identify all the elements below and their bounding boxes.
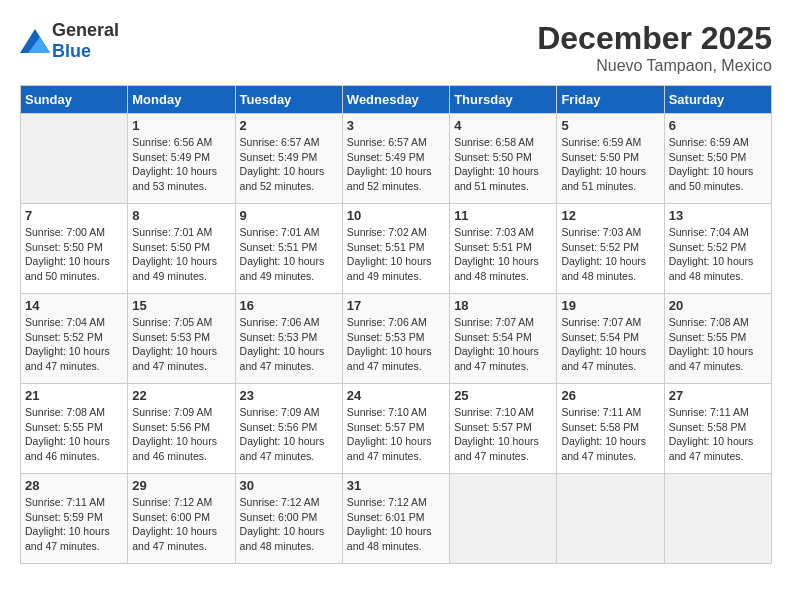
day-info: Sunrise: 7:06 AM Sunset: 5:53 PM Dayligh… (347, 315, 445, 374)
day-number: 10 (347, 208, 445, 223)
calendar-cell: 1Sunrise: 6:56 AM Sunset: 5:49 PM Daylig… (128, 114, 235, 204)
week-row-0: 1Sunrise: 6:56 AM Sunset: 5:49 PM Daylig… (21, 114, 772, 204)
calendar-cell: 20Sunrise: 7:08 AM Sunset: 5:55 PM Dayli… (664, 294, 771, 384)
day-number: 26 (561, 388, 659, 403)
calendar-cell: 12Sunrise: 7:03 AM Sunset: 5:52 PM Dayli… (557, 204, 664, 294)
day-info: Sunrise: 6:59 AM Sunset: 5:50 PM Dayligh… (669, 135, 767, 194)
day-info: Sunrise: 6:58 AM Sunset: 5:50 PM Dayligh… (454, 135, 552, 194)
day-number: 3 (347, 118, 445, 133)
calendar-cell: 9Sunrise: 7:01 AM Sunset: 5:51 PM Daylig… (235, 204, 342, 294)
calendar-cell: 6Sunrise: 6:59 AM Sunset: 5:50 PM Daylig… (664, 114, 771, 204)
page-header: General Blue December 2025 Nuevo Tampaon… (20, 20, 772, 75)
calendar-cell: 19Sunrise: 7:07 AM Sunset: 5:54 PM Dayli… (557, 294, 664, 384)
calendar-cell: 16Sunrise: 7:06 AM Sunset: 5:53 PM Dayli… (235, 294, 342, 384)
day-number: 25 (454, 388, 552, 403)
day-info: Sunrise: 6:59 AM Sunset: 5:50 PM Dayligh… (561, 135, 659, 194)
calendar-header: SundayMondayTuesdayWednesdayThursdayFrid… (21, 86, 772, 114)
calendar-cell: 15Sunrise: 7:05 AM Sunset: 5:53 PM Dayli… (128, 294, 235, 384)
calendar-cell: 29Sunrise: 7:12 AM Sunset: 6:00 PM Dayli… (128, 474, 235, 564)
day-number: 29 (132, 478, 230, 493)
day-number: 15 (132, 298, 230, 313)
day-number: 16 (240, 298, 338, 313)
day-info: Sunrise: 7:03 AM Sunset: 5:52 PM Dayligh… (561, 225, 659, 284)
day-number: 22 (132, 388, 230, 403)
calendar-cell: 10Sunrise: 7:02 AM Sunset: 5:51 PM Dayli… (342, 204, 449, 294)
week-row-4: 28Sunrise: 7:11 AM Sunset: 5:59 PM Dayli… (21, 474, 772, 564)
calendar-cell: 18Sunrise: 7:07 AM Sunset: 5:54 PM Dayli… (450, 294, 557, 384)
day-number: 23 (240, 388, 338, 403)
day-info: Sunrise: 7:00 AM Sunset: 5:50 PM Dayligh… (25, 225, 123, 284)
day-number: 31 (347, 478, 445, 493)
calendar-cell: 3Sunrise: 6:57 AM Sunset: 5:49 PM Daylig… (342, 114, 449, 204)
day-info: Sunrise: 7:11 AM Sunset: 5:59 PM Dayligh… (25, 495, 123, 554)
calendar-cell: 26Sunrise: 7:11 AM Sunset: 5:58 PM Dayli… (557, 384, 664, 474)
day-number: 4 (454, 118, 552, 133)
header-wednesday: Wednesday (342, 86, 449, 114)
calendar-cell: 2Sunrise: 6:57 AM Sunset: 5:49 PM Daylig… (235, 114, 342, 204)
day-info: Sunrise: 7:02 AM Sunset: 5:51 PM Dayligh… (347, 225, 445, 284)
day-number: 27 (669, 388, 767, 403)
day-info: Sunrise: 7:08 AM Sunset: 5:55 PM Dayligh… (25, 405, 123, 464)
calendar-cell: 13Sunrise: 7:04 AM Sunset: 5:52 PM Dayli… (664, 204, 771, 294)
logo-general: General (52, 20, 119, 40)
day-info: Sunrise: 6:57 AM Sunset: 5:49 PM Dayligh… (240, 135, 338, 194)
calendar-cell: 28Sunrise: 7:11 AM Sunset: 5:59 PM Dayli… (21, 474, 128, 564)
logo-icon (20, 29, 50, 53)
day-number: 19 (561, 298, 659, 313)
calendar-cell (664, 474, 771, 564)
calendar-cell (557, 474, 664, 564)
calendar-table: SundayMondayTuesdayWednesdayThursdayFrid… (20, 85, 772, 564)
day-info: Sunrise: 7:01 AM Sunset: 5:51 PM Dayligh… (240, 225, 338, 284)
calendar-cell: 31Sunrise: 7:12 AM Sunset: 6:01 PM Dayli… (342, 474, 449, 564)
calendar-cell (450, 474, 557, 564)
day-info: Sunrise: 7:10 AM Sunset: 5:57 PM Dayligh… (454, 405, 552, 464)
header-tuesday: Tuesday (235, 86, 342, 114)
calendar-title: December 2025 (537, 20, 772, 57)
day-info: Sunrise: 7:12 AM Sunset: 6:00 PM Dayligh… (132, 495, 230, 554)
day-info: Sunrise: 7:05 AM Sunset: 5:53 PM Dayligh… (132, 315, 230, 374)
day-number: 5 (561, 118, 659, 133)
day-number: 13 (669, 208, 767, 223)
week-row-1: 7Sunrise: 7:00 AM Sunset: 5:50 PM Daylig… (21, 204, 772, 294)
day-number: 12 (561, 208, 659, 223)
logo-blue: Blue (52, 41, 91, 61)
day-number: 1 (132, 118, 230, 133)
week-row-2: 14Sunrise: 7:04 AM Sunset: 5:52 PM Dayli… (21, 294, 772, 384)
header-thursday: Thursday (450, 86, 557, 114)
day-number: 20 (669, 298, 767, 313)
day-number: 18 (454, 298, 552, 313)
calendar-cell: 21Sunrise: 7:08 AM Sunset: 5:55 PM Dayli… (21, 384, 128, 474)
day-info: Sunrise: 6:57 AM Sunset: 5:49 PM Dayligh… (347, 135, 445, 194)
day-number: 14 (25, 298, 123, 313)
calendar-cell: 25Sunrise: 7:10 AM Sunset: 5:57 PM Dayli… (450, 384, 557, 474)
day-number: 28 (25, 478, 123, 493)
day-info: Sunrise: 6:56 AM Sunset: 5:49 PM Dayligh… (132, 135, 230, 194)
calendar-subtitle: Nuevo Tampaon, Mexico (537, 57, 772, 75)
day-info: Sunrise: 7:09 AM Sunset: 5:56 PM Dayligh… (240, 405, 338, 464)
logo: General Blue (20, 20, 119, 62)
calendar-body: 1Sunrise: 6:56 AM Sunset: 5:49 PM Daylig… (21, 114, 772, 564)
day-info: Sunrise: 7:09 AM Sunset: 5:56 PM Dayligh… (132, 405, 230, 464)
header-monday: Monday (128, 86, 235, 114)
calendar-cell: 22Sunrise: 7:09 AM Sunset: 5:56 PM Dayli… (128, 384, 235, 474)
header-row: SundayMondayTuesdayWednesdayThursdayFrid… (21, 86, 772, 114)
day-number: 9 (240, 208, 338, 223)
calendar-cell: 17Sunrise: 7:06 AM Sunset: 5:53 PM Dayli… (342, 294, 449, 384)
day-info: Sunrise: 7:10 AM Sunset: 5:57 PM Dayligh… (347, 405, 445, 464)
title-block: December 2025 Nuevo Tampaon, Mexico (537, 20, 772, 75)
day-info: Sunrise: 7:08 AM Sunset: 5:55 PM Dayligh… (669, 315, 767, 374)
calendar-cell: 8Sunrise: 7:01 AM Sunset: 5:50 PM Daylig… (128, 204, 235, 294)
calendar-cell: 27Sunrise: 7:11 AM Sunset: 5:58 PM Dayli… (664, 384, 771, 474)
day-number: 21 (25, 388, 123, 403)
day-info: Sunrise: 7:04 AM Sunset: 5:52 PM Dayligh… (669, 225, 767, 284)
day-number: 2 (240, 118, 338, 133)
day-number: 24 (347, 388, 445, 403)
calendar-cell: 4Sunrise: 6:58 AM Sunset: 5:50 PM Daylig… (450, 114, 557, 204)
day-number: 7 (25, 208, 123, 223)
day-number: 11 (454, 208, 552, 223)
week-row-3: 21Sunrise: 7:08 AM Sunset: 5:55 PM Dayli… (21, 384, 772, 474)
day-info: Sunrise: 7:07 AM Sunset: 5:54 PM Dayligh… (454, 315, 552, 374)
day-info: Sunrise: 7:12 AM Sunset: 6:01 PM Dayligh… (347, 495, 445, 554)
calendar-cell: 23Sunrise: 7:09 AM Sunset: 5:56 PM Dayli… (235, 384, 342, 474)
calendar-cell: 11Sunrise: 7:03 AM Sunset: 5:51 PM Dayli… (450, 204, 557, 294)
